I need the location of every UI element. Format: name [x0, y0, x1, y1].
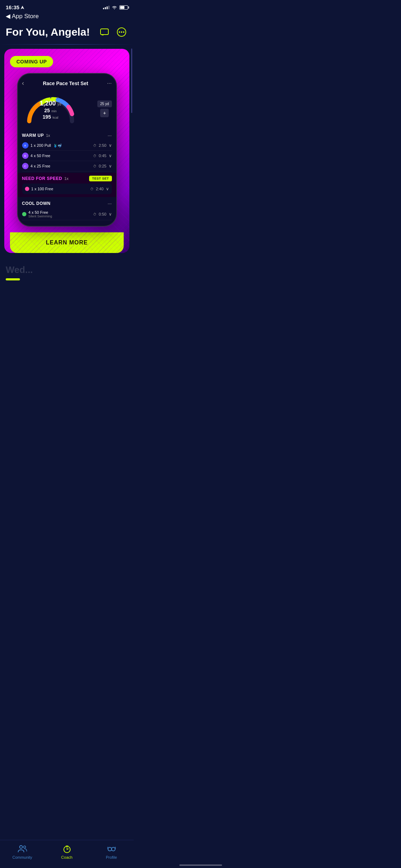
cooldown-row-1-right: ⏱ 0:50 ∨ — [93, 212, 112, 217]
warmup-row-2-clock: ⏱ — [93, 154, 97, 158]
warmup-row-1-time: 2:50 — [99, 143, 106, 148]
svg-point-3 — [119, 31, 120, 33]
nfs-row-name: 1 x 100 Free — [31, 187, 53, 191]
phone-dots: ··· — [107, 80, 112, 87]
scroll-indicator — [131, 48, 132, 113]
phone-back: ‹ — [22, 79, 24, 87]
nfs-dot — [25, 187, 29, 191]
cooldown-title: COOL DOWN — [22, 201, 51, 206]
back-arrow: ◀ — [6, 12, 10, 20]
warmup-row-2-left: B 4 x 50 Free — [22, 153, 51, 159]
cooldown-dot — [22, 212, 26, 216]
svg-point-6 — [50, 97, 51, 98]
nfs-row-right: ⏱ 2:40 ∨ — [90, 186, 109, 191]
cooldown-dots: ··· — [108, 201, 112, 206]
svg-marker-0 — [21, 6, 24, 9]
location-icon — [21, 6, 24, 9]
warmup-title: WARM UP — [22, 133, 44, 138]
warmup-row-3-name: 4 x 25 Free — [31, 164, 51, 168]
gauge-kcal: 195 kcal — [40, 114, 61, 120]
warmup-row-1-name: 1 x 200 Pull — [31, 143, 51, 148]
cooldown-chevron: ∨ — [109, 212, 112, 217]
warmup-header: WARM UP 1x ··· — [22, 130, 112, 140]
warmup-row-2-right: ⏱ 0:45 ∨ — [93, 153, 112, 158]
section-below: Wed... — [0, 259, 134, 287]
nfs-time: 2:40 — [96, 187, 103, 191]
gauge-min: 25 min — [40, 107, 61, 114]
progress-bar — [6, 278, 20, 280]
warmup-row-3-time: 0:25 — [99, 164, 106, 168]
chat-button[interactable] — [98, 26, 111, 38]
warmup-row-1-chevron: ∨ — [109, 143, 112, 148]
svg-point-5 — [123, 31, 124, 33]
page-header: For You, Angela! — [0, 23, 134, 44]
warmup-row-2-name: 4 x 50 Free — [31, 154, 51, 158]
signal-icon — [103, 6, 109, 9]
warmup-row-2-chevron: ∨ — [109, 153, 112, 158]
warmup-count: 1x — [46, 133, 50, 138]
warmup-row-3-right: ⏱ 0:25 ∨ — [93, 164, 112, 169]
more-icon — [117, 27, 127, 37]
gauge-right: 25 yd + — [97, 100, 112, 117]
warmup-row-3-icon: C — [22, 163, 29, 169]
svg-point-7 — [57, 97, 58, 98]
warmup-section: WARM UP 1x ··· A 1 x 200 Pull 🩱🤿 — [22, 130, 112, 171]
cooldown-time: 0:50 — [99, 212, 106, 216]
cooldown-row-1: 4 x 50 Free Silent Swimming ⏱ 0:50 ∨ — [22, 208, 112, 220]
page-title: For You, Angela! — [6, 26, 90, 38]
warmup-row-1-left: A 1 x 200 Pull 🩱🤿 — [22, 142, 62, 149]
back-label: App Store — [12, 13, 39, 20]
header-icons — [98, 26, 128, 38]
warmup-row-2: B 4 x 50 Free ⏱ 0:45 ∨ — [22, 151, 112, 161]
gauge-value: 1,200 yd — [40, 100, 61, 107]
gauge-chip: 25 yd — [97, 100, 112, 107]
nfs-chevron: ∨ — [106, 186, 109, 191]
nfs-section: NEED FOR SPEED 1x TEST SET 1 x 100 Free … — [18, 173, 116, 197]
status-bar: 16:35 — [0, 0, 134, 12]
warmup-row-3-left: C 4 x 25 Free — [22, 163, 51, 169]
phone-mockup: ‹ Race Pace Test Set ··· — [17, 73, 117, 227]
nfs-row: 1 x 100 Free ⏱ 2:40 ∨ — [22, 184, 112, 194]
svg-point-4 — [121, 31, 122, 33]
svg-rect-1 — [101, 29, 108, 35]
cooldown-header: COOL DOWN ··· — [22, 198, 112, 208]
warmup-row-3-chevron: ∨ — [109, 164, 112, 169]
time: 16:35 — [6, 4, 19, 10]
coming-up-badge: COMING UP — [10, 56, 53, 67]
section-below-preview: Wed... — [6, 264, 128, 275]
warmup-row-2-icon: B — [22, 153, 29, 159]
warmup-row-3-clock: ⏱ — [93, 164, 97, 168]
warmup-row-1-right: ⏱ 2:50 ∨ — [93, 143, 112, 148]
warmup-row-2-time: 0:45 — [99, 154, 106, 158]
wifi-icon — [112, 5, 117, 10]
cooldown-row-1-name: 4 x 50 Free — [29, 210, 52, 215]
gauge-center: 1,200 yd 25 min 195 kcal — [40, 100, 61, 120]
cooldown-row-1-sub: Silent Swimming — [29, 215, 52, 218]
battery-icon — [119, 5, 128, 10]
warmup-row-1-clock: ⏱ — [93, 144, 97, 148]
nfs-badge: TEST SET — [89, 176, 112, 181]
back-nav[interactable]: ◀ App Store — [0, 12, 134, 23]
warmup-row-3: C 4 x 25 Free ⏱ 0:25 ∨ — [22, 161, 112, 171]
main-card: COMING UP TEST SET ‹ Race Pace Test Set … — [4, 49, 129, 253]
status-right — [103, 5, 128, 10]
warmup-row-1: A 1 x 200 Pull 🩱🤿 ⏱ 2:50 ∨ — [22, 140, 112, 151]
gauge-wrap: 1,200 yd 25 min 195 kcal — [22, 93, 79, 125]
nfs-title: NEED FOR SPEED — [22, 176, 62, 181]
nfs-row-left: 1 x 100 Free — [25, 187, 53, 191]
warmup-dots: ··· — [108, 133, 112, 138]
gauge-container: 1,200 yd 25 min 195 kcal 2 — [22, 93, 112, 125]
gauge-plus: + — [100, 109, 109, 117]
chat-icon — [100, 27, 109, 37]
phone-workout-title: Race Pace Test Set — [43, 81, 88, 86]
more-button[interactable] — [115, 26, 128, 38]
phone-header: ‹ Race Pace Test Set ··· — [22, 79, 112, 87]
nfs-header: NEED FOR SPEED 1x TEST SET — [22, 176, 112, 181]
cooldown-section: COOL DOWN ··· 4 x 50 Free Silent Swimmin… — [22, 198, 112, 220]
cooldown-clock: ⏱ — [93, 212, 97, 216]
warmup-row-1-icon: A — [22, 142, 29, 149]
status-left: 16:35 — [6, 4, 24, 10]
learn-more-button[interactable]: LEARN MORE — [10, 232, 124, 253]
warmup-row-1-equip: 🩱🤿 — [53, 144, 62, 148]
nfs-count: 1x — [65, 176, 69, 181]
